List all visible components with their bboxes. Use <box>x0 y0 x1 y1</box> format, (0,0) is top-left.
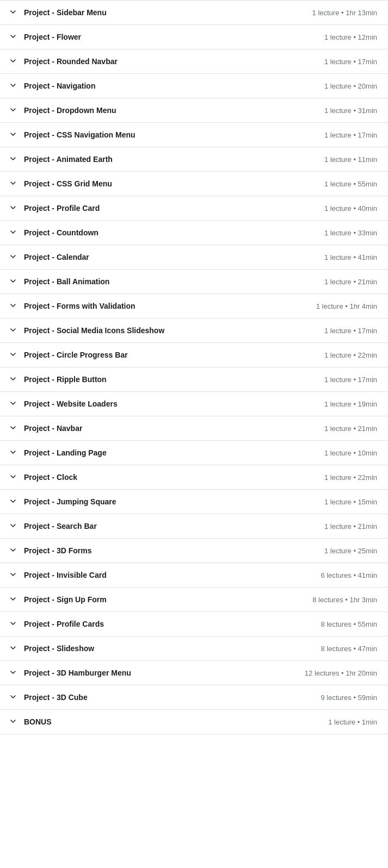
course-meta: 8 lectures • 55min <box>321 620 377 628</box>
course-title: Project - Clock <box>24 473 77 482</box>
chevron-down-icon[interactable] <box>9 571 17 579</box>
course-item[interactable]: Project - Profile Cards8 lectures • 55mi… <box>0 612 388 636</box>
chevron-down-icon[interactable] <box>9 596 17 604</box>
course-item[interactable]: Project - Flower1 lecture • 12min <box>0 25 388 49</box>
course-meta: 1 lecture • 55min <box>324 180 377 188</box>
chevron-down-icon[interactable] <box>9 278 17 286</box>
chevron-down-icon[interactable] <box>9 302 17 310</box>
course-item-left: Project - Animated Earth <box>9 155 318 164</box>
course-item[interactable]: Project - Calendar1 lecture • 41min <box>0 245 388 270</box>
course-item[interactable]: Project - Navbar1 lecture • 21min <box>0 416 388 441</box>
chevron-down-icon[interactable] <box>9 522 17 530</box>
course-item[interactable]: Project - Slideshow8 lectures • 47min <box>0 636 388 661</box>
course-item[interactable]: Project - Ripple Button1 lecture • 17min <box>0 367 388 392</box>
course-item[interactable]: Project - Navigation1 lecture • 20min <box>0 74 388 98</box>
chevron-down-icon[interactable] <box>9 718 17 726</box>
course-item[interactable]: Project - Rounded Navbar1 lecture • 17mi… <box>0 49 388 74</box>
chevron-down-icon[interactable] <box>9 400 17 408</box>
course-title: Project - Website Loaders <box>24 399 118 408</box>
chevron-down-icon[interactable] <box>9 155 17 164</box>
chevron-down-icon[interactable] <box>9 498 17 506</box>
course-title: Project - Jumping Square <box>24 497 116 506</box>
course-item[interactable]: Project - Jumping Square1 lecture • 15mi… <box>0 490 388 514</box>
course-item[interactable]: Project - Social Media Icons Slideshow1 … <box>0 319 388 343</box>
course-meta: 1 lecture • 31min <box>324 107 377 115</box>
course-item-left: Project - 3D Hamburger Menu <box>9 669 298 677</box>
course-item[interactable]: Project - Countdown1 lecture • 33min <box>0 221 388 245</box>
chevron-down-icon[interactable] <box>9 253 17 261</box>
course-item[interactable]: Project - 3D Hamburger Menu12 lectures •… <box>0 661 388 685</box>
course-item-left: Project - CSS Navigation Menu <box>9 130 318 139</box>
course-item-left: Project - Clock <box>9 473 318 482</box>
course-title: Project - Calendar <box>24 253 89 261</box>
course-item[interactable]: Project - Sidebar Menu1 lecture • 1hr 13… <box>0 1 388 25</box>
chevron-down-icon[interactable] <box>9 351 17 359</box>
course-meta: 1 lecture • 1hr 4min <box>316 302 377 310</box>
course-meta: 12 lectures • 1hr 20min <box>305 669 377 677</box>
course-item-left: Project - 3D Cube <box>9 693 314 702</box>
course-item-left: Project - Jumping Square <box>9 497 318 506</box>
course-meta: 1 lecture • 15min <box>324 498 377 506</box>
course-item[interactable]: Project - Sign Up Form8 lectures • 1hr 3… <box>0 588 388 612</box>
course-item-left: Project - Profile Card <box>9 204 318 213</box>
course-item[interactable]: Project - 3D Cube9 lectures • 59min <box>0 685 388 710</box>
course-meta: 8 lectures • 1hr 3min <box>312 596 377 604</box>
course-item[interactable]: Project - Search Bar1 lecture • 21min <box>0 514 388 539</box>
chevron-down-icon[interactable] <box>9 547 17 555</box>
chevron-down-icon[interactable] <box>9 107 17 115</box>
course-meta: 1 lecture • 33min <box>324 229 377 237</box>
course-meta: 1 lecture • 12min <box>324 33 377 41</box>
chevron-down-icon[interactable] <box>9 645 17 653</box>
course-meta: 1 lecture • 10min <box>324 449 377 457</box>
chevron-down-icon[interactable] <box>9 9 17 17</box>
course-item[interactable]: Project - Invisible Card6 lectures • 41m… <box>0 563 388 588</box>
chevron-down-icon[interactable] <box>9 229 17 237</box>
course-meta: 9 lectures • 59min <box>321 694 377 702</box>
course-item[interactable]: Project - Ball Animation1 lecture • 21mi… <box>0 270 388 294</box>
chevron-down-icon[interactable] <box>9 376 17 384</box>
course-item-left: Project - Ripple Button <box>9 375 318 384</box>
chevron-down-icon[interactable] <box>9 180 17 188</box>
course-item-left: Project - Website Loaders <box>9 399 318 408</box>
course-item[interactable]: Project - CSS Grid Menu1 lecture • 55min <box>0 172 388 196</box>
course-title: Project - Sign Up Form <box>24 595 107 604</box>
chevron-down-icon[interactable] <box>9 620 17 628</box>
course-item-left: Project - 3D Forms <box>9 546 318 555</box>
course-title: Project - Ball Animation <box>24 277 109 286</box>
chevron-down-icon[interactable] <box>9 131 17 139</box>
chevron-down-icon[interactable] <box>9 473 17 482</box>
course-title: Project - Circle Progress Bar <box>24 351 128 359</box>
course-item[interactable]: BONUS1 lecture • 1min <box>0 710 388 734</box>
course-item[interactable]: Project - Circle Progress Bar1 lecture •… <box>0 343 388 367</box>
course-title: Project - Profile Cards <box>24 620 104 628</box>
course-item-left: Project - CSS Grid Menu <box>9 179 318 188</box>
chevron-down-icon[interactable] <box>9 694 17 702</box>
chevron-down-icon[interactable] <box>9 669 17 677</box>
course-item[interactable]: Project - Clock1 lecture • 22min <box>0 465 388 490</box>
course-item-left: Project - Social Media Icons Slideshow <box>9 326 318 335</box>
course-title: Project - Profile Card <box>24 204 100 213</box>
course-title: Project - Navbar <box>24 424 82 433</box>
course-title: Project - CSS Grid Menu <box>24 179 112 188</box>
chevron-down-icon[interactable] <box>9 33 17 41</box>
course-title: Project - 3D Hamburger Menu <box>24 669 131 677</box>
course-title: Project - 3D Cube <box>24 693 88 702</box>
course-title: Project - Forms with Validation <box>24 302 136 310</box>
course-item[interactable]: Project - CSS Navigation Menu1 lecture •… <box>0 123 388 147</box>
chevron-down-icon[interactable] <box>9 327 17 335</box>
chevron-down-icon[interactable] <box>9 58 17 66</box>
course-item[interactable]: Project - Landing Page1 lecture • 10min <box>0 441 388 465</box>
course-item[interactable]: Project - Forms with Validation1 lecture… <box>0 294 388 319</box>
course-meta: 1 lecture • 25min <box>324 547 377 555</box>
course-item[interactable]: Project - 3D Forms1 lecture • 25min <box>0 539 388 563</box>
course-item[interactable]: Project - Animated Earth1 lecture • 11mi… <box>0 147 388 172</box>
course-meta: 1 lecture • 1min <box>328 718 377 726</box>
chevron-down-icon[interactable] <box>9 204 17 213</box>
course-item[interactable]: Project - Website Loaders1 lecture • 19m… <box>0 392 388 416</box>
course-item[interactable]: Project - Profile Card1 lecture • 40min <box>0 196 388 221</box>
chevron-down-icon[interactable] <box>9 424 17 433</box>
chevron-down-icon[interactable] <box>9 449 17 457</box>
chevron-down-icon[interactable] <box>9 82 17 90</box>
course-item[interactable]: Project - Dropdown Menu1 lecture • 31min <box>0 98 388 123</box>
course-meta: 1 lecture • 41min <box>324 253 377 261</box>
